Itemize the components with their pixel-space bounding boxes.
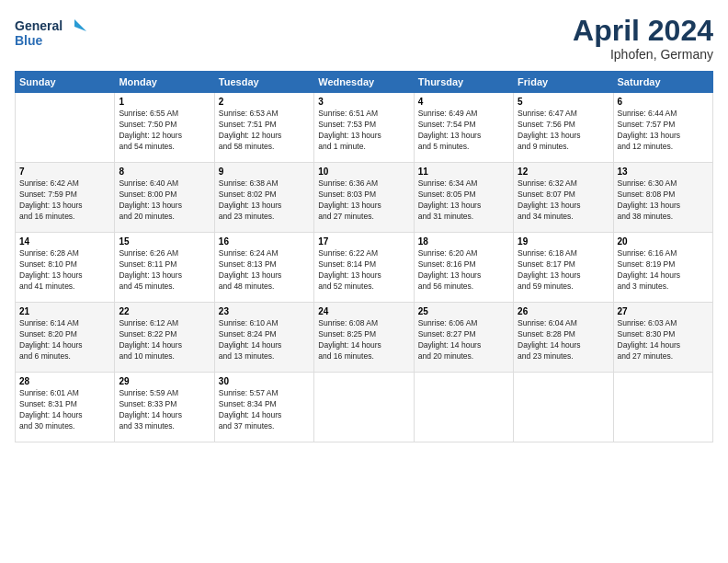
calendar-cell: 28Sunrise: 6:01 AM Sunset: 8:31 PM Dayli… <box>16 373 115 442</box>
calendar-cell <box>314 373 414 442</box>
day-info: Sunrise: 6:06 AM Sunset: 8:27 PM Dayligh… <box>418 318 509 362</box>
day-number: 25 <box>418 306 509 316</box>
day-number: 30 <box>219 376 310 386</box>
logo-svg: General Blue <box>15 15 88 52</box>
day-info: Sunrise: 6:40 AM Sunset: 8:00 PM Dayligh… <box>119 178 210 223</box>
calendar-cell: 14Sunrise: 6:28 AM Sunset: 8:10 PM Dayli… <box>16 233 115 303</box>
calendar-cell: 15Sunrise: 6:26 AM Sunset: 8:11 PM Dayli… <box>115 233 214 303</box>
day-number: 4 <box>418 97 509 107</box>
week-row-5: 28Sunrise: 6:01 AM Sunset: 8:31 PM Dayli… <box>16 373 713 442</box>
calendar-cell: 2Sunrise: 6:53 AM Sunset: 7:51 PM Daylig… <box>214 93 313 163</box>
day-number: 22 <box>119 306 210 316</box>
day-header-wednesday: Wednesday <box>314 72 414 93</box>
day-number: 6 <box>618 97 709 107</box>
day-number: 19 <box>518 236 609 247</box>
calendar-cell: 21Sunrise: 6:14 AM Sunset: 8:20 PM Dayli… <box>16 303 115 373</box>
week-row-2: 7Sunrise: 6:42 AM Sunset: 7:59 PM Daylig… <box>16 163 713 233</box>
day-info: Sunrise: 6:14 AM Sunset: 8:20 PM Dayligh… <box>19 318 110 362</box>
page: General Blue April 2024 Iphofen, Germany… <box>0 0 728 452</box>
day-number: 3 <box>318 97 409 107</box>
calendar-cell: 16Sunrise: 6:24 AM Sunset: 8:13 PM Dayli… <box>214 233 313 303</box>
day-header-friday: Friday <box>514 72 613 93</box>
day-number: 2 <box>219 97 310 107</box>
day-info: Sunrise: 6:01 AM Sunset: 8:31 PM Dayligh… <box>19 388 110 432</box>
calendar-cell: 12Sunrise: 6:32 AM Sunset: 8:07 PM Dayli… <box>514 163 613 233</box>
calendar-cell: 4Sunrise: 6:49 AM Sunset: 7:54 PM Daylig… <box>414 93 513 163</box>
calendar-table: SundayMondayTuesdayWednesdayThursdayFrid… <box>15 71 713 442</box>
day-info: Sunrise: 6:34 AM Sunset: 8:05 PM Dayligh… <box>418 178 509 223</box>
day-headers-row: SundayMondayTuesdayWednesdayThursdayFrid… <box>16 72 713 93</box>
day-info: Sunrise: 6:22 AM Sunset: 8:14 PM Dayligh… <box>318 248 409 293</box>
day-number: 10 <box>318 167 409 177</box>
day-number: 1 <box>119 97 210 107</box>
day-number: 17 <box>318 236 409 247</box>
day-info: Sunrise: 6:55 AM Sunset: 7:50 PM Dayligh… <box>119 109 210 153</box>
day-info: Sunrise: 6:53 AM Sunset: 7:51 PM Dayligh… <box>219 109 310 153</box>
day-number: 20 <box>618 236 709 247</box>
day-info: Sunrise: 6:08 AM Sunset: 8:25 PM Dayligh… <box>318 318 409 362</box>
calendar-cell <box>613 373 712 442</box>
day-info: Sunrise: 6:24 AM Sunset: 8:13 PM Dayligh… <box>219 248 310 293</box>
calendar-cell: 30Sunrise: 5:57 AM Sunset: 8:34 PM Dayli… <box>214 373 313 442</box>
day-number: 21 <box>19 306 110 316</box>
calendar-cell: 24Sunrise: 6:08 AM Sunset: 8:25 PM Dayli… <box>314 303 414 373</box>
day-info: Sunrise: 5:59 AM Sunset: 8:33 PM Dayligh… <box>119 388 210 432</box>
week-row-4: 21Sunrise: 6:14 AM Sunset: 8:20 PM Dayli… <box>16 303 713 373</box>
day-info: Sunrise: 6:10 AM Sunset: 8:24 PM Dayligh… <box>219 318 310 362</box>
calendar-cell: 19Sunrise: 6:18 AM Sunset: 8:17 PM Dayli… <box>514 233 613 303</box>
day-number: 12 <box>518 167 609 177</box>
day-number: 28 <box>19 376 110 386</box>
day-info: Sunrise: 6:38 AM Sunset: 8:02 PM Dayligh… <box>219 178 310 223</box>
day-number: 8 <box>119 167 210 177</box>
day-info: Sunrise: 6:12 AM Sunset: 8:22 PM Dayligh… <box>119 318 210 362</box>
svg-text:General: General <box>15 18 63 33</box>
day-info: Sunrise: 6:16 AM Sunset: 8:19 PM Dayligh… <box>618 248 709 293</box>
day-header-monday: Monday <box>115 72 214 93</box>
day-info: Sunrise: 6:32 AM Sunset: 8:07 PM Dayligh… <box>518 178 609 223</box>
day-number: 15 <box>119 236 210 247</box>
week-row-1: 1Sunrise: 6:55 AM Sunset: 7:50 PM Daylig… <box>16 93 713 163</box>
calendar-cell: 20Sunrise: 6:16 AM Sunset: 8:19 PM Dayli… <box>613 233 712 303</box>
calendar-cell: 18Sunrise: 6:20 AM Sunset: 8:16 PM Dayli… <box>414 233 513 303</box>
calendar-cell: 27Sunrise: 6:03 AM Sunset: 8:30 PM Dayli… <box>613 303 712 373</box>
day-info: Sunrise: 5:57 AM Sunset: 8:34 PM Dayligh… <box>219 388 310 432</box>
logo: General Blue <box>15 15 88 52</box>
calendar-subtitle: Iphofen, Germany <box>573 47 713 62</box>
calendar-cell <box>16 93 115 163</box>
day-number: 16 <box>219 236 310 247</box>
calendar-cell <box>514 373 613 442</box>
calendar-title: April 2024 <box>573 15 713 47</box>
day-number: 24 <box>318 306 409 316</box>
day-number: 11 <box>418 167 509 177</box>
calendar-cell: 29Sunrise: 5:59 AM Sunset: 8:33 PM Dayli… <box>115 373 214 442</box>
calendar-cell: 5Sunrise: 6:47 AM Sunset: 7:56 PM Daylig… <box>514 93 613 163</box>
calendar-cell: 22Sunrise: 6:12 AM Sunset: 8:22 PM Dayli… <box>115 303 214 373</box>
day-number: 14 <box>19 236 110 247</box>
calendar-cell: 6Sunrise: 6:44 AM Sunset: 7:57 PM Daylig… <box>613 93 712 163</box>
day-info: Sunrise: 6:26 AM Sunset: 8:11 PM Dayligh… <box>119 248 210 293</box>
day-info: Sunrise: 6:47 AM Sunset: 7:56 PM Dayligh… <box>518 109 609 153</box>
day-header-thursday: Thursday <box>414 72 513 93</box>
day-header-saturday: Saturday <box>613 72 712 93</box>
day-number: 13 <box>618 167 709 177</box>
day-info: Sunrise: 6:03 AM Sunset: 8:30 PM Dayligh… <box>618 318 709 362</box>
day-header-tuesday: Tuesday <box>214 72 313 93</box>
day-info: Sunrise: 6:20 AM Sunset: 8:16 PM Dayligh… <box>418 248 509 293</box>
calendar-cell: 23Sunrise: 6:10 AM Sunset: 8:24 PM Dayli… <box>214 303 313 373</box>
day-info: Sunrise: 6:28 AM Sunset: 8:10 PM Dayligh… <box>19 248 110 293</box>
day-info: Sunrise: 6:04 AM Sunset: 8:28 PM Dayligh… <box>518 318 609 362</box>
day-number: 26 <box>518 306 609 316</box>
title-block: April 2024 Iphofen, Germany <box>573 15 713 62</box>
calendar-cell: 17Sunrise: 6:22 AM Sunset: 8:14 PM Dayli… <box>314 233 414 303</box>
svg-text:Blue: Blue <box>15 33 43 48</box>
day-number: 23 <box>219 306 310 316</box>
day-info: Sunrise: 6:44 AM Sunset: 7:57 PM Dayligh… <box>618 109 709 153</box>
svg-marker-2 <box>74 19 86 31</box>
day-info: Sunrise: 6:30 AM Sunset: 8:08 PM Dayligh… <box>618 178 709 223</box>
day-info: Sunrise: 6:18 AM Sunset: 8:17 PM Dayligh… <box>518 248 609 293</box>
day-header-sunday: Sunday <box>16 72 115 93</box>
calendar-cell: 13Sunrise: 6:30 AM Sunset: 8:08 PM Dayli… <box>613 163 712 233</box>
calendar-cell: 10Sunrise: 6:36 AM Sunset: 8:03 PM Dayli… <box>314 163 414 233</box>
calendar-cell: 26Sunrise: 6:04 AM Sunset: 8:28 PM Dayli… <box>514 303 613 373</box>
day-info: Sunrise: 6:42 AM Sunset: 7:59 PM Dayligh… <box>19 178 110 223</box>
